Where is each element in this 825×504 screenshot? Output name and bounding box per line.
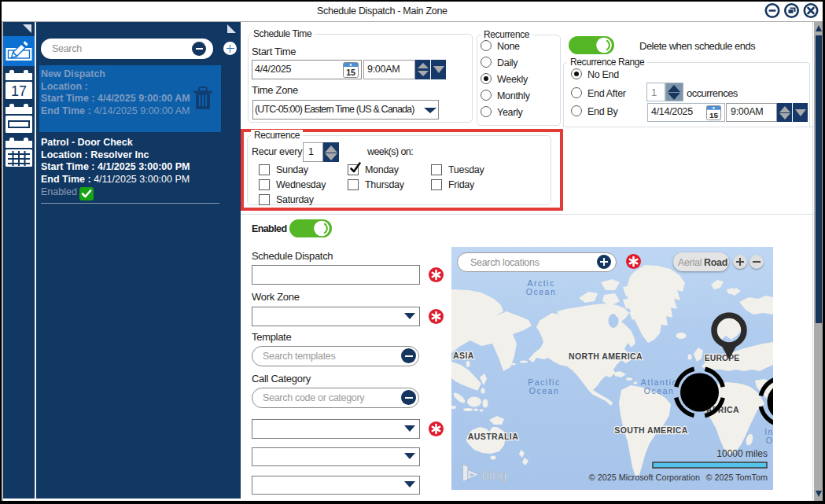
- svg-text:© 2025 Microsoft Corporation: © 2025 Microsoft Corporation: [589, 473, 700, 482]
- svg-text:10000 miles: 10000 miles: [716, 448, 768, 459]
- svg-text:SOUTH AMERICA: SOUTH AMERICA: [614, 425, 687, 435]
- svg-text:AUSTRALIA: AUSTRALIA: [468, 432, 518, 441]
- svg-text:NORTH AMERICA: NORTH AMERICA: [569, 351, 643, 361]
- svg-text:bing: bing: [482, 469, 507, 482]
- svg-text:© 2025 TomTom: © 2025 TomTom: [705, 473, 768, 482]
- svg-text:15: 15: [346, 68, 355, 77]
- svg-text:17: 17: [11, 83, 27, 99]
- svg-text:15: 15: [709, 111, 719, 120]
- svg-text:Ocean: Ocean: [766, 436, 773, 445]
- svg-text:Ocean: Ocean: [529, 386, 559, 395]
- svg-text:Ocean: Ocean: [526, 287, 556, 296]
- svg-text:EUROPE: EUROPE: [705, 353, 739, 362]
- svg-text:Ocean: Ocean: [644, 386, 674, 395]
- svg-text:ASIA: ASIA: [453, 351, 474, 360]
